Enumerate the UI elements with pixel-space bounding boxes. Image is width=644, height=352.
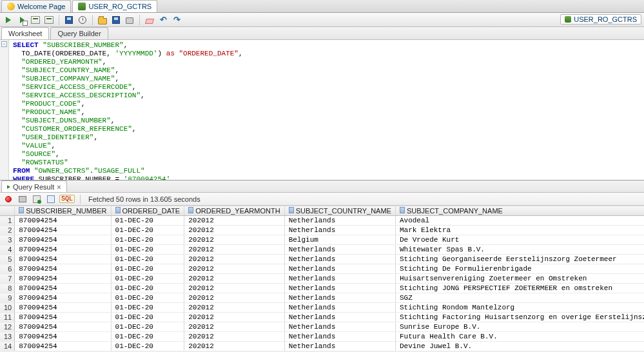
cell[interactable]: 870094254	[15, 313, 111, 322]
sql-code[interactable]: SELECT "SUBSCRIBER_NUMBER", TO_DATE(ORDE…	[10, 40, 644, 181]
cell[interactable]: 01-DEC-20	[111, 322, 184, 332]
cell[interactable]: 202012	[184, 255, 284, 264]
cell[interactable]: 202012	[184, 351, 284, 352]
cell[interactable]: 202012	[184, 226, 284, 235]
cell[interactable]: Netherlands	[284, 274, 395, 284]
cell[interactable]: 870094254	[15, 226, 111, 235]
autotrace-button[interactable]	[43, 14, 55, 26]
cell[interactable]: Netherlands	[284, 313, 395, 322]
cell[interactable]: Stichting De Formulierenbrigade	[395, 264, 644, 274]
cell[interactable]: 870094254	[15, 274, 111, 284]
cell[interactable]: Netherlands	[284, 351, 395, 352]
cell[interactable]: Netherlands	[284, 284, 395, 293]
cell[interactable]: 01-DEC-20	[111, 332, 184, 342]
cell[interactable]: Netherlands	[284, 332, 395, 342]
cell[interactable]: Netherlands	[284, 264, 395, 274]
cell[interactable]: Netherlands	[284, 226, 395, 235]
cell[interactable]: Whitewater Spas B.V.	[395, 245, 644, 255]
table-row[interactable]: 1087009425401-DEC-20202012NetherlandsSti…	[0, 303, 644, 313]
column-header[interactable]: SUBJECT_COMPANY_NAME	[395, 206, 644, 216]
cell[interactable]: 202012	[184, 235, 284, 245]
cell[interactable]: Futura Health Care B.V.	[395, 332, 644, 342]
open-button[interactable]	[97, 14, 108, 26]
cell[interactable]: De Vroede Kurt	[395, 235, 644, 245]
fold-toggle-icon[interactable]: −	[1, 41, 7, 47]
table-row[interactable]: 487009425401-DEC-20202012NetherlandsWhit…	[0, 245, 644, 255]
tab-query-result[interactable]: Query Result ×	[1, 181, 67, 192]
table-row[interactable]: 1287009425401-DEC-20202012NetherlandsSun…	[0, 322, 644, 332]
cell[interactable]: 202012	[184, 216, 284, 226]
cell[interactable]: 01-DEC-20	[111, 274, 184, 284]
cell[interactable]: 202012	[184, 274, 284, 284]
cell[interactable]: Netherlands	[284, 303, 395, 313]
connection-selector[interactable]: USER_RO_GCTRS	[560, 14, 641, 24]
table-row[interactable]: 387009425401-DEC-20202012BelgiumDe Vroed…	[0, 235, 644, 245]
cell[interactable]: Stichting Urgente Noden Zoetermeer	[395, 351, 644, 352]
cell[interactable]: Netherlands	[284, 322, 395, 332]
cell[interactable]: 01-DEC-20	[111, 284, 184, 293]
cell[interactable]: Netherlands	[284, 255, 395, 264]
cell[interactable]: 870094254	[15, 245, 111, 255]
table-row[interactable]: 187009425401-DEC-20202012NetherlandsAvod…	[0, 216, 644, 226]
result-grid[interactable]: SUBSCRIBER_NUMBERORDERED_DATEORDERED_YEA…	[0, 206, 644, 351]
cell[interactable]: 202012	[184, 284, 284, 293]
file-tab-connection[interactable]: USER_RO_GCTRS	[72, 0, 157, 12]
cell[interactable]: Avodeal	[395, 216, 644, 226]
cell[interactable]: 870094254	[15, 342, 111, 351]
cell[interactable]: 01-DEC-20	[111, 293, 184, 303]
clear-button[interactable]	[144, 14, 155, 26]
cell[interactable]: 01-DEC-20	[111, 303, 184, 313]
explain-plan-button[interactable]	[30, 14, 41, 26]
cell[interactable]: Stichting Factoring Huisartsenzorg en ov…	[395, 313, 644, 322]
column-header[interactable]: SUBJECT_COUNTRY_NAME	[284, 206, 395, 216]
run-script-button[interactable]	[16, 14, 28, 26]
cell[interactable]: 202012	[184, 322, 284, 332]
cell[interactable]: 01-DEC-20	[111, 216, 184, 226]
cell[interactable]: 202012	[184, 293, 284, 303]
table-row[interactable]: 687009425401-DEC-20202012NetherlandsStic…	[0, 264, 644, 274]
sql-history-button[interactable]	[77, 14, 88, 26]
tab-query-builder[interactable]: Query Builder	[50, 27, 108, 39]
column-header[interactable]: ORDERED_YEARMONTH	[184, 206, 284, 216]
column-header[interactable]: ORDERED_DATE	[111, 206, 184, 216]
file-tab-welcome[interactable]: Welcome Page	[1, 0, 71, 12]
cell[interactable]: 01-DEC-20	[111, 235, 184, 245]
table-row[interactable]: 887009425401-DEC-20202012NetherlandsStic…	[0, 284, 644, 293]
sql-editor[interactable]: − SELECT "SUBSCRIBER_NUMBER", TO_DATE(OR…	[0, 40, 644, 181]
cell[interactable]: Stichting JONG PERSPECTIEF ZOETERMEER en…	[395, 284, 644, 293]
cell[interactable]: 202012	[184, 303, 284, 313]
cell[interactable]: 870094254	[15, 322, 111, 332]
cell[interactable]: Sunrise Europe B.V.	[395, 322, 644, 332]
print-button[interactable]	[124, 14, 135, 26]
column-header[interactable]: SUBSCRIBER_NUMBER	[15, 206, 111, 216]
close-icon[interactable]: ×	[57, 183, 61, 191]
cell[interactable]: Mark Elektra	[395, 226, 644, 235]
cell[interactable]: 870094254	[15, 332, 111, 342]
pin-button[interactable]	[3, 193, 14, 205]
cell[interactable]: 01-DEC-20	[111, 342, 184, 351]
commit-button[interactable]	[63, 14, 75, 26]
cell[interactable]: 01-DEC-20	[111, 255, 184, 264]
cell[interactable]: 202012	[184, 342, 284, 351]
export-button[interactable]	[31, 193, 43, 205]
cell[interactable]: 01-DEC-20	[111, 226, 184, 235]
cell[interactable]: 870094254	[15, 216, 111, 226]
cell[interactable]: 202012	[184, 313, 284, 322]
cell[interactable]: 202012	[184, 332, 284, 342]
undo-button[interactable]: ↶	[157, 14, 169, 26]
tab-worksheet[interactable]: Worksheet	[1, 27, 49, 39]
cell[interactable]: 870094254	[15, 303, 111, 313]
table-row[interactable]: 587009425401-DEC-20202012NetherlandsStic…	[0, 255, 644, 264]
cell[interactable]: 870094254	[15, 293, 111, 303]
cell[interactable]: 01-DEC-20	[111, 264, 184, 274]
table-row[interactable]: 1487009425401-DEC-20202012NetherlandsDev…	[0, 342, 644, 351]
cell[interactable]: 01-DEC-20	[111, 313, 184, 322]
cell[interactable]: 870094254	[15, 255, 111, 264]
result-grid-scroll[interactable]: SUBSCRIBER_NUMBERORDERED_DATEORDERED_YEA…	[0, 206, 644, 351]
save-button[interactable]	[110, 14, 122, 26]
table-row[interactable]: 1587009425401-DEC-20202012NetherlandsSti…	[0, 351, 644, 352]
table-row[interactable]: 1187009425401-DEC-20202012NetherlandsSti…	[0, 313, 644, 322]
table-row[interactable]: 287009425401-DEC-20202012NetherlandsMark…	[0, 226, 644, 235]
cell[interactable]: 870094254	[15, 264, 111, 274]
cell[interactable]: 01-DEC-20	[111, 351, 184, 352]
